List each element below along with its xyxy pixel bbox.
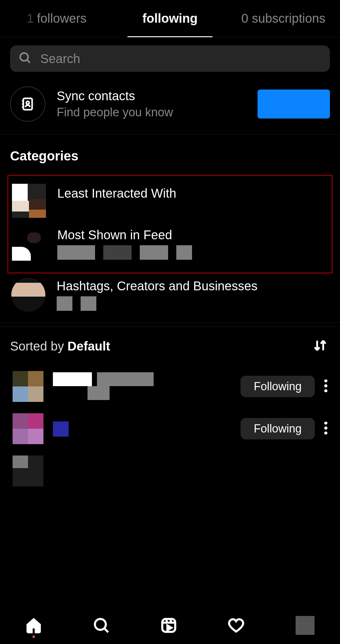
notification-dot-icon	[32, 635, 35, 638]
svg-point-0	[20, 53, 28, 61]
svg-line-1	[27, 60, 30, 63]
sync-title: Sync contacts	[57, 89, 246, 103]
svg-point-13	[95, 619, 106, 630]
tab-subscriptions-label: 0 subscriptions	[241, 11, 326, 26]
sync-subtitle: Find people you know	[57, 106, 246, 119]
sort-icon[interactable]	[313, 338, 327, 354]
following-user-row[interactable]: Following	[0, 408, 340, 450]
nav-home[interactable]	[26, 617, 42, 634]
category-hashtags-creators[interactable]: Hashtags, Creators and Businesses	[0, 273, 340, 316]
reels-icon	[161, 617, 177, 634]
following-button[interactable]: Following	[241, 376, 315, 397]
svg-line-17	[166, 619, 167, 623]
sort-value: Default	[67, 339, 110, 353]
avatar	[13, 413, 43, 444]
category-least-interacted[interactable]: Least Interacted With	[12, 179, 328, 222]
sync-action-button[interactable]	[258, 90, 330, 119]
svg-point-9	[325, 390, 327, 392]
svg-point-12	[325, 432, 327, 434]
section-divider	[0, 322, 340, 327]
category-text: Most Shown in Feed	[57, 228, 192, 260]
search-icon	[19, 52, 31, 66]
category-text: Hashtags, Creators and Businesses	[57, 279, 258, 311]
svg-line-14	[104, 628, 108, 632]
sync-text: Sync contacts Find people you know	[57, 89, 246, 119]
nav-search[interactable]	[93, 617, 110, 634]
search-input[interactable]	[40, 52, 321, 66]
tab-followers[interactable]: 1 followers	[0, 0, 113, 37]
category-subtitle	[57, 203, 176, 215]
category-thumb	[12, 184, 46, 218]
svg-point-7	[325, 380, 327, 382]
following-user-row[interactable]	[0, 450, 340, 492]
highlight-box: Least Interacted With Most Shown in Feed	[8, 175, 332, 273]
user-name-redacted	[53, 415, 231, 443]
avatar	[13, 455, 43, 486]
followers-count: 1	[27, 11, 34, 26]
heart-icon	[228, 617, 244, 634]
following-button[interactable]: Following	[241, 418, 315, 439]
tab-following[interactable]: following	[113, 0, 227, 37]
sort-row[interactable]: Sorted by Default	[0, 327, 340, 365]
sort-label: Sorted by Default	[10, 339, 110, 353]
category-thumb	[12, 227, 46, 261]
tab-subscriptions[interactable]: 0 subscriptions	[227, 0, 340, 37]
category-thumb	[11, 278, 45, 312]
user-name-redacted	[53, 372, 231, 401]
category-text: Least Interacted With	[57, 186, 176, 215]
category-title: Most Shown in Feed	[57, 228, 192, 242]
search-bar[interactable]	[10, 45, 330, 72]
more-icon[interactable]	[324, 422, 327, 436]
category-subtitle	[57, 245, 192, 260]
following-user-row[interactable]: Following	[0, 365, 340, 408]
category-subtitle	[57, 296, 258, 311]
search-icon	[93, 617, 110, 634]
svg-point-6	[26, 101, 29, 104]
sort-prefix: Sorted by	[10, 339, 67, 353]
categories-title: Categories	[0, 135, 340, 171]
tab-followers-label: followers	[37, 11, 87, 26]
bottom-nav	[0, 607, 340, 644]
category-title: Least Interacted With	[57, 186, 176, 200]
search-container	[0, 37, 340, 80]
tabs: 1 followers following 0 subscriptions	[0, 0, 340, 37]
nav-profile[interactable]	[296, 616, 314, 635]
more-icon[interactable]	[324, 380, 327, 393]
contacts-icon	[10, 86, 45, 122]
category-title: Hashtags, Creators and Businesses	[57, 279, 258, 293]
svg-point-10	[325, 422, 327, 424]
svg-line-18	[170, 619, 171, 623]
avatar	[13, 371, 43, 402]
svg-point-11	[325, 427, 327, 429]
sync-contacts-row[interactable]: Sync contacts Find people you know	[0, 80, 340, 135]
category-most-shown[interactable]: Most Shown in Feed	[12, 222, 328, 265]
profile-avatar	[296, 616, 314, 635]
user-name-redacted	[53, 457, 327, 485]
home-icon	[26, 617, 42, 634]
nav-activity[interactable]	[228, 617, 244, 634]
nav-reels[interactable]	[161, 617, 177, 634]
tab-following-label: following	[142, 11, 198, 26]
svg-point-8	[325, 385, 327, 387]
